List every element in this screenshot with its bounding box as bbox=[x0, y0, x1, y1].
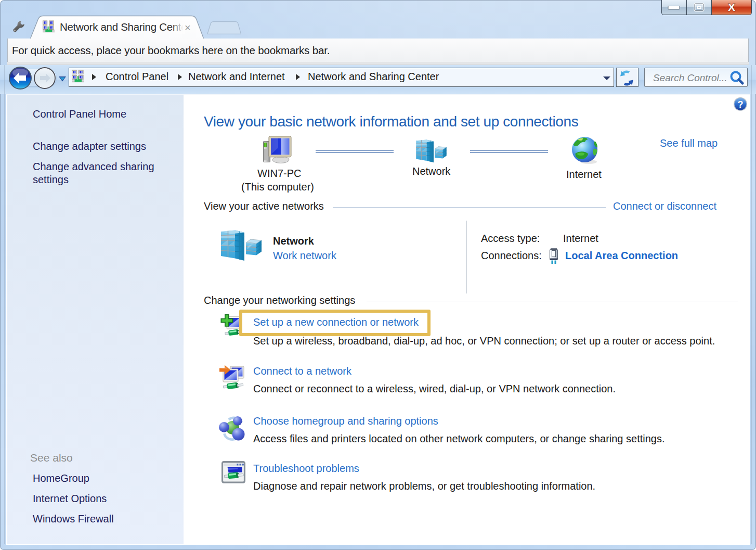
svg-text:?: ? bbox=[738, 99, 744, 110]
svg-text:X: X bbox=[728, 2, 735, 13]
